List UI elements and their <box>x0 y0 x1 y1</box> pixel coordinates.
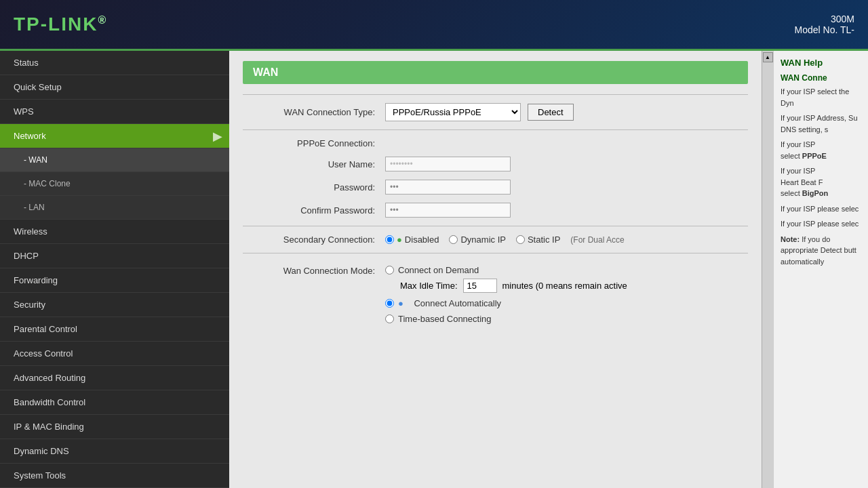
sidebar-item-mac-clone[interactable]: - MAC Clone <box>0 172 229 196</box>
wan-page-title: WAN <box>243 61 748 84</box>
password-control <box>385 180 741 195</box>
sidebar: Status Quick Setup WPS Network ▶ - WAN -… <box>0 51 229 488</box>
username-input[interactable] <box>385 157 511 171</box>
idle-time-label: Max Idle Time: <box>400 281 458 291</box>
secondary-connection-row: Secondary Connection: ● Disabled Dynamic… <box>243 235 748 245</box>
password-input[interactable] <box>385 180 511 195</box>
help-panel: WAN Help WAN Conne If your ISP select th… <box>773 51 868 488</box>
password-label: Password: <box>250 182 385 192</box>
sidebar-item-advanced-routing[interactable]: Advanced Routing <box>0 366 229 390</box>
help-para-3: If your ISPHeart Beat Fselect BigPon <box>781 165 861 199</box>
sidebar-item-wps[interactable]: WPS <box>0 100 229 124</box>
time-based-radio[interactable] <box>385 314 394 323</box>
sidebar-item-dynamic-dns[interactable]: Dynamic DNS <box>0 439 229 464</box>
sidebar-item-parental-control[interactable]: Parental Control <box>0 317 229 342</box>
secondary-radio-group: ● Disabled Dynamic IP Static IP (For Dua… <box>385 235 741 245</box>
confirm-password-input[interactable] <box>385 203 511 218</box>
scrollbar[interactable]: ▲ <box>762 51 773 488</box>
wan-mode-label: Wan Connection Mode: <box>250 262 385 276</box>
sidebar-item-forwarding[interactable]: Forwarding <box>0 268 229 293</box>
wan-connection-type-control: PPPoE/Russia PPPoE Dynamic IP Static IP … <box>385 103 741 121</box>
sidebar-item-quick-setup[interactable]: Quick Setup <box>0 75 229 100</box>
help-para-5: If your ISP please selec <box>781 218 861 230</box>
connect-on-demand-radio[interactable] <box>385 266 394 274</box>
content-area: WAN WAN Connection Type: PPPoE/Russia PP… <box>229 51 762 488</box>
idle-time-note: minutes (0 means remain active <box>502 281 627 291</box>
wan-connection-type-select[interactable]: PPPoE/Russia PPPoE Dynamic IP Static IP … <box>385 103 521 121</box>
confirm-password-control <box>385 203 741 218</box>
help-para-2: If your ISPselect PPPoE <box>781 139 861 161</box>
secondary-static-ip-radio[interactable] <box>516 235 525 244</box>
secondary-note: (For Dual Acce <box>570 235 624 245</box>
pppoe-connection-label: PPPoE Connection: <box>250 138 385 148</box>
help-para-1: If your ISP Address, Su DNS setting, s <box>781 113 861 135</box>
wan-connection-type-row: WAN Connection Type: PPPoE/Russia PPPoE … <box>243 103 748 121</box>
header: TP-LINK® 300M Model No. TL- <box>0 0 868 51</box>
username-control <box>385 157 741 171</box>
help-para-4: If your ISP please selec <box>781 203 861 215</box>
time-based-section: Time-based Connecting <box>385 314 741 324</box>
username-row: User Name: <box>243 157 748 171</box>
secondary-static-ip-option[interactable]: Static IP <box>516 235 560 245</box>
wan-connection-type-label: WAN Connection Type: <box>250 107 385 117</box>
connect-automatically-section: ● Connect Automatically <box>385 298 741 308</box>
connect-automatically-radio[interactable] <box>385 299 394 308</box>
sidebar-item-wireless[interactable]: Wireless <box>0 220 229 244</box>
sidebar-item-wan[interactable]: - WAN <box>0 148 229 172</box>
sidebar-item-bandwidth-control[interactable]: Bandwidth Control <box>0 390 229 415</box>
idle-time-row: Max Idle Time: minutes (0 means remain a… <box>400 279 741 293</box>
sidebar-item-security[interactable]: Security <box>0 293 229 317</box>
secondary-disabled-option[interactable]: ● Disabled <box>385 235 439 245</box>
help-note: Note: If you do appropriate Detect butt … <box>781 234 861 268</box>
sidebar-item-system-tools[interactable]: System Tools <box>0 464 229 488</box>
sidebar-item-access-control[interactable]: Access Control <box>0 342 229 366</box>
sidebar-item-status[interactable]: Status <box>0 51 229 75</box>
time-based-option[interactable]: Time-based Connecting <box>385 314 741 324</box>
sidebar-item-ip-mac-binding[interactable]: IP & MAC Binding <box>0 415 229 439</box>
password-row: Password: <box>243 180 748 195</box>
secondary-dynamic-ip-option[interactable]: Dynamic IP <box>449 235 505 245</box>
confirm-password-label: Confirm Password: <box>250 205 385 216</box>
wan-mode-row: Wan Connection Mode: Connect on Demand M… <box>243 262 748 327</box>
confirm-password-row: Confirm Password: <box>243 203 748 218</box>
sidebar-item-network[interactable]: Network ▶ <box>0 124 229 148</box>
detect-button[interactable]: Detect <box>528 104 574 121</box>
secondary-dynamic-ip-radio[interactable] <box>449 235 458 244</box>
model-info: 300M Model No. TL- <box>795 14 854 35</box>
wan-mode-control: Connect on Demand Max Idle Time: minutes… <box>385 262 741 327</box>
help-subtitle: WAN Conne <box>781 73 861 83</box>
pppoe-connection-row: PPPoE Connection: <box>243 138 748 148</box>
secondary-connection-label: Secondary Connection: <box>250 235 385 245</box>
username-label: User Name: <box>250 159 385 169</box>
sidebar-item-dhcp[interactable]: DHCP <box>0 244 229 268</box>
help-title: WAN Help <box>781 58 861 68</box>
secondary-connection-control: ● Disabled Dynamic IP Static IP (For Dua… <box>385 235 741 245</box>
secondary-disabled-radio[interactable] <box>385 235 394 244</box>
idle-time-input[interactable] <box>463 279 497 293</box>
connect-automatically-option[interactable]: ● Connect Automatically <box>385 298 741 308</box>
connect-on-demand-section: Connect on Demand Max Idle Time: minutes… <box>385 265 741 293</box>
scroll-up-button[interactable]: ▲ <box>763 52 773 62</box>
connect-on-demand-option[interactable]: Connect on Demand <box>385 265 741 275</box>
sidebar-item-lan[interactable]: - LAN <box>0 196 229 220</box>
logo: TP-LINK® <box>14 14 107 35</box>
main-wrapper: Status Quick Setup WPS Network ▶ - WAN -… <box>0 51 868 488</box>
help-para-0: If your ISP select the Dyn <box>781 86 861 108</box>
